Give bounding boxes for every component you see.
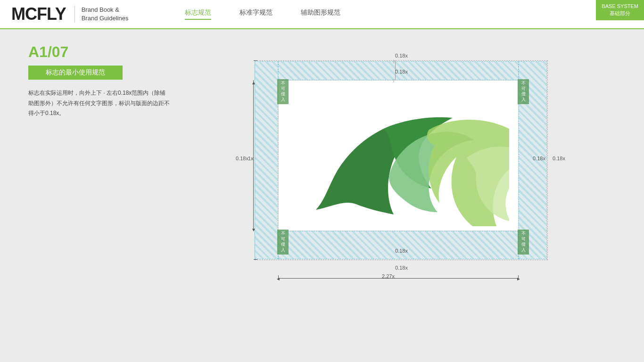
intrude-label-tr: 不可侵入 [518, 79, 529, 104]
hatch-bottom [278, 231, 519, 259]
logo: MCFLY [11, 4, 66, 24]
intrude-label-br: 不可侵入 [518, 230, 529, 255]
main-content: A1/07 标志的最小使用规范 标志在实际运用时，向外上下 · 左右0.18x范… [0, 29, 644, 362]
intrude-label-tl: 不可侵入 [277, 79, 289, 104]
base-system-badge: BASE SYSTEM 基础部分 [596, 0, 644, 20]
section-label: 标志的最小使用规范 [28, 66, 123, 80]
measure-width-2x: 2.27x [382, 273, 395, 279]
logo-display [288, 87, 509, 226]
nav-item-typography[interactable]: 标准字规范 [239, 8, 272, 20]
measure-bottom-inner: 0.18x [395, 248, 408, 254]
measure-bottom-outer: 0.18x [395, 265, 408, 271]
nav-item-graphics[interactable]: 辅助图形规范 [301, 8, 340, 20]
bottom-dim-line [278, 278, 519, 279]
hatch-left [255, 61, 278, 259]
measure-right-outer: 0.18x [553, 156, 565, 161]
measure-left-outer: 0.18x [236, 156, 248, 161]
header: MCFLY Brand Book & Brand Guidelines 标志规范… [0, 0, 644, 29]
measure-left-1x: 1x [248, 156, 254, 161]
measure-top-outer: 0.18x [395, 53, 408, 58]
nav-item-logo[interactable]: 标志规范 [185, 8, 211, 20]
measure-top-inner: 0.18x [395, 69, 408, 74]
main-nav: 标志规范 标准字规范 辅助图形规范 [185, 8, 340, 20]
intrude-label-bl: 不可侵入 [277, 230, 289, 255]
description: 标志在实际运用时，向外上下 · 左右0.18x范围内（除辅助图形外）不允许有任何… [28, 88, 170, 119]
diagram-area: 不可侵入 不可侵入 不可侵入 不可侵入 0.18x 0.18x 0.18x 1x… [226, 42, 585, 306]
brand-subtitle: Brand Book & Brand Guidelines [74, 6, 129, 23]
measure-right-inner: 0.18x [533, 156, 545, 161]
arrow-height [253, 80, 254, 231]
